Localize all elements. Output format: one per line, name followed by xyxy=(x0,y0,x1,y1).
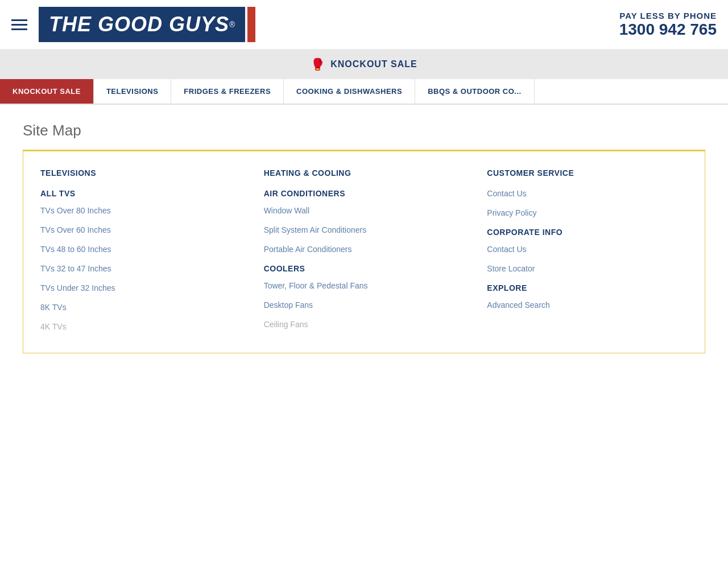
link-desktop-fans[interactable]: Desktop Fans xyxy=(264,300,465,310)
sitemap-col-customer-service: CUSTOMER SERVICE Contact Us Privacy Poli… xyxy=(487,168,688,341)
main-content: Site Map TELEVISIONS ALL TVS TVs Over 80… xyxy=(0,105,728,370)
link-contact-us-customer[interactable]: Contact Us xyxy=(487,189,688,198)
link-4k-tvs[interactable]: 4K TVs xyxy=(40,322,241,331)
logo-container: THE GOOD GUYS® xyxy=(39,7,255,42)
link-tvs-under-32[interactable]: TVs Under 32 Inches xyxy=(40,283,241,292)
link-ceiling-fans[interactable]: Ceiling Fans xyxy=(264,320,465,329)
sitemap-subsection-coolers: COOLERS xyxy=(264,264,465,273)
nav-item-fridges-freezers[interactable]: FRIDGES & FREEZERS xyxy=(171,79,284,104)
hamburger-menu[interactable] xyxy=(11,19,27,30)
link-split-system[interactable]: Split System Air Conditioners xyxy=(264,225,465,234)
link-portable-ac[interactable]: Portable Air Conditioners xyxy=(264,245,465,254)
phone-section: PAY LESS BY PHONE 1300 942 765 xyxy=(619,11,717,39)
nav-item-cooking-dishwashers[interactable]: COOKING & DISHWASHERS xyxy=(284,79,415,104)
sale-banner[interactable]: 🥊 KNOCKOUT SALE xyxy=(0,50,728,79)
link-store-locator[interactable]: Store Locator xyxy=(487,264,688,273)
nav-item-televisions[interactable]: TELEVISIONS xyxy=(94,79,171,104)
header: THE GOOD GUYS® PAY LESS BY PHONE 1300 94… xyxy=(0,0,728,50)
sitemap-subsection-air-conditioners: AIR CONDITIONERS xyxy=(264,189,465,198)
nav-bar: KNOCKOUT SALE TELEVISIONS FRIDGES & FREE… xyxy=(0,79,728,105)
logo-text: THE GOOD GUYS xyxy=(49,13,229,36)
phone-number: 1300 942 765 xyxy=(619,20,717,39)
logo-registered: ® xyxy=(229,20,235,29)
page-title: Site Map xyxy=(23,122,705,139)
link-contact-us-corporate[interactable]: Contact Us xyxy=(487,245,688,254)
link-8k-tvs[interactable]: 8K TVs xyxy=(40,303,241,312)
link-tvs-48-to-60[interactable]: TVs 48 to 60 Inches xyxy=(40,245,241,254)
logo-box[interactable]: THE GOOD GUYS® xyxy=(39,7,245,42)
sitemap-section-televisions: TELEVISIONS xyxy=(40,168,241,178)
link-advanced-search[interactable]: Advanced Search xyxy=(487,300,688,310)
sitemap-grid: TELEVISIONS ALL TVS TVs Over 80 Inches T… xyxy=(40,168,688,341)
link-privacy-policy[interactable]: Privacy Policy xyxy=(487,208,688,217)
sitemap-subsection-all-tvs: ALL TVS xyxy=(40,189,241,198)
pay-less-label: PAY LESS BY PHONE xyxy=(619,11,717,20)
sitemap-subsection-corporate-info: CORPORATE INFO xyxy=(487,228,688,237)
link-window-wall[interactable]: Window Wall xyxy=(264,206,465,215)
sitemap-container: TELEVISIONS ALL TVS TVs Over 80 Inches T… xyxy=(23,150,705,353)
sale-banner-text: KNOCKOUT SALE xyxy=(330,59,417,69)
link-tvs-over-80[interactable]: TVs Over 80 Inches xyxy=(40,206,241,215)
nav-item-knockout-sale[interactable]: KNOCKOUT SALE xyxy=(0,79,94,104)
sitemap-subsection-explore: EXPLORE xyxy=(487,283,688,292)
sitemap-section-customer-service: CUSTOMER SERVICE xyxy=(487,168,688,178)
boxing-glove-icon: 🥊 xyxy=(311,57,325,71)
sitemap-col-heating-cooling: HEATING & COOLING AIR CONDITIONERS Windo… xyxy=(264,168,465,341)
sitemap-section-heating-cooling: HEATING & COOLING xyxy=(264,168,465,178)
link-tower-fans[interactable]: Tower, Floor & Pedestal Fans xyxy=(264,281,465,290)
logo-red-bar xyxy=(247,7,255,42)
link-tvs-32-to-47[interactable]: TVs 32 to 47 Inches xyxy=(40,264,241,273)
link-tvs-over-60[interactable]: TVs Over 60 Inches xyxy=(40,225,241,234)
nav-item-bbqs-outdoor[interactable]: BBQS & OUTDOOR CO... xyxy=(415,79,535,104)
sitemap-col-televisions: TELEVISIONS ALL TVS TVs Over 80 Inches T… xyxy=(40,168,241,341)
